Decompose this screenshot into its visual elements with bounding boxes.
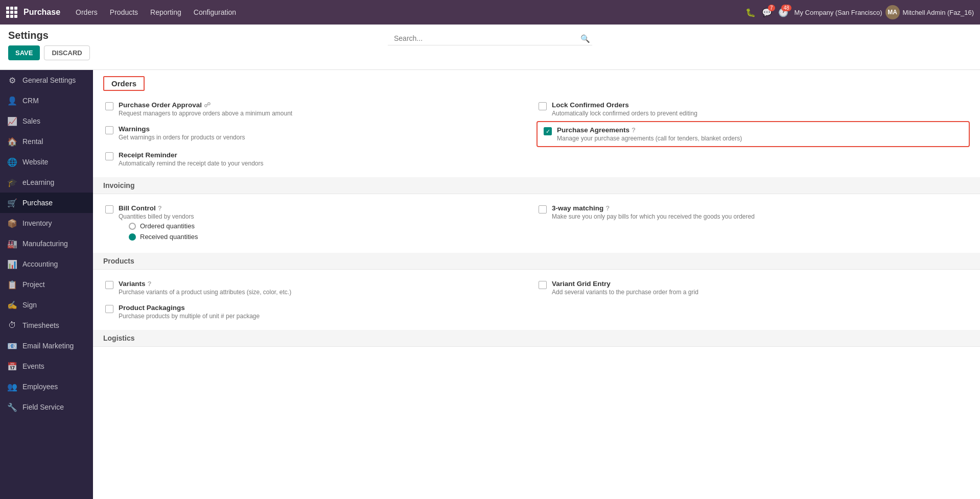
receipt-reminder-checkbox[interactable]	[105, 152, 113, 160]
sidebar-item-sign[interactable]: ✍ Sign	[0, 295, 93, 315]
discard-button[interactable]: DISCARD	[44, 45, 89, 60]
nav-configuration[interactable]: Configuration	[189, 5, 241, 19]
bug-icon[interactable]: 🐛	[745, 8, 756, 17]
purchase-agreements-help[interactable]: ?	[632, 126, 636, 134]
user-info[interactable]: My Company (San Francisco) MA Mitchell A…	[795, 5, 974, 19]
search-input[interactable]	[388, 32, 592, 45]
sidebar-item-inventory[interactable]: 📦 Inventory	[0, 213, 93, 233]
purchase-order-approval-help[interactable]: ☍	[204, 101, 211, 109]
three-way-matching-title: 3-way matching ?	[552, 204, 755, 212]
purchase-order-approval-item: Purchase Order Approval ☍ Request manage…	[103, 97, 536, 121]
variants-desc: Purchase variants of a product using att…	[119, 289, 291, 296]
avatar[interactable]: MA	[885, 5, 900, 19]
warnings-title: Warnings	[119, 125, 245, 133]
purchase-agreements-title: Purchase Agreements ?	[557, 126, 742, 134]
main-layout: ⚙ General Settings 👤 CRM 📈 Sales 🏠 Renta…	[0, 70, 980, 499]
clock-badge: 48	[781, 5, 791, 11]
variants-checkbox[interactable]	[105, 281, 113, 289]
accounting-icon: 📊	[7, 259, 17, 269]
bill-control-radio-group: Ordered quantities Received quantities	[105, 220, 534, 243]
clock-icon[interactable]: 🕐 48	[778, 8, 788, 17]
nav-reporting[interactable]: Reporting	[145, 5, 186, 19]
orders-section-header-wrap: Orders	[93, 70, 980, 97]
radio-ordered-label: Ordered quantities	[140, 222, 195, 230]
sales-icon: 📈	[7, 116, 17, 126]
employees-icon: 👥	[7, 382, 17, 392]
sidebar-item-accounting[interactable]: 📊 Accounting	[0, 254, 93, 274]
purchase-order-approval-desc: Request managers to approve orders above…	[119, 110, 292, 117]
timesheets-icon: ⏱	[7, 320, 17, 330]
sidebar-item-project[interactable]: 📋 Project	[0, 274, 93, 295]
sidebar-item-website[interactable]: 🌐 Website	[0, 152, 93, 172]
sidebar-label-rental: Rental	[22, 137, 43, 146]
messages-icon[interactable]: 💬 7	[762, 8, 772, 17]
lock-confirmed-orders-text: Lock Confirmed Orders Automatically lock…	[552, 101, 697, 117]
lock-confirmed-orders-checkbox[interactable]	[539, 102, 547, 110]
sidebar-item-elearning[interactable]: 🎓 eLearning	[0, 172, 93, 193]
elearning-icon: 🎓	[7, 177, 17, 187]
sidebar-label-purchase: Purchase	[22, 199, 53, 207]
product-packagings-checkbox[interactable]	[105, 305, 113, 313]
variant-grid-entry-text: Variant Grid Entry Add several variants …	[552, 280, 698, 296]
radio-ordered-quantities[interactable]: Ordered quantities	[129, 222, 534, 230]
lock-confirmed-orders-item: Lock Confirmed Orders Automatically lock…	[536, 97, 970, 121]
sidebar-item-field-service[interactable]: 🔧 Field Service	[0, 397, 93, 417]
radio-received-label: Received quantities	[140, 233, 198, 241]
sidebar-label-general-settings: General Settings	[22, 76, 76, 84]
bill-control-help[interactable]: ?	[158, 204, 162, 212]
sidebar-item-timesheets[interactable]: ⏱ Timesheets	[0, 315, 93, 336]
product-packagings-desc: Purchase products by multiple of unit # …	[119, 313, 260, 320]
three-way-help[interactable]: ?	[605, 204, 610, 212]
sidebar-item-employees[interactable]: 👥 Employees	[0, 376, 93, 397]
save-button[interactable]: SAVE	[8, 45, 40, 60]
warnings-checkbox[interactable]	[105, 126, 113, 134]
search-icon: 🔍	[580, 34, 590, 43]
purchase-agreements-text: Purchase Agreements ? Manage your purcha…	[557, 126, 742, 142]
three-way-matching-item: 3-way matching ? Make sure you only pay …	[536, 200, 970, 247]
bill-control-checkbox[interactable]	[105, 205, 113, 213]
three-way-matching-desc: Make sure you only pay bills for which y…	[552, 213, 755, 220]
nav-products[interactable]: Products	[105, 5, 143, 19]
purchase-icon: 🛒	[7, 198, 17, 208]
sidebar-item-purchase[interactable]: 🛒 Purchase	[0, 193, 93, 213]
sidebar-item-general-settings[interactable]: ⚙ General Settings	[0, 70, 93, 90]
sidebar-label-sales: Sales	[22, 117, 40, 125]
sidebar-label-elearning: eLearning	[22, 178, 54, 186]
receipt-reminder-desc: Automatically remind the receipt date to…	[119, 160, 263, 167]
sidebar-item-sales[interactable]: 📈 Sales	[0, 111, 93, 131]
bill-control-row: Bill Control ? Quantities billed by vend…	[105, 204, 534, 220]
sidebar-item-rental[interactable]: 🏠 Rental	[0, 131, 93, 152]
purchase-order-approval-text: Purchase Order Approval ☍ Request manage…	[119, 101, 292, 117]
purchase-agreements-desc: Manage your purchase agreements (call fo…	[557, 135, 742, 142]
settings-content: Orders Purchase Order Approval ☍ Request…	[93, 70, 980, 499]
sidebar-label-field-service: Field Service	[22, 403, 64, 411]
sidebar-label-manufacturing: Manufacturing	[22, 240, 68, 248]
sidebar-label-employees: Employees	[22, 383, 58, 391]
variant-grid-entry-desc: Add several variants to the purchase ord…	[552, 289, 698, 296]
sidebar-label-sign: Sign	[22, 301, 37, 309]
variant-grid-entry-checkbox[interactable]	[539, 281, 547, 289]
purchase-agreements-checkbox[interactable]: ✓	[544, 127, 552, 135]
app-grid-icon[interactable]	[6, 7, 17, 18]
warnings-desc: Get warnings in orders for products or v…	[119, 134, 245, 141]
variants-help[interactable]: ?	[148, 280, 152, 288]
purchase-order-approval-checkbox[interactable]	[105, 102, 113, 110]
sidebar-item-email-marketing[interactable]: 📧 Email Marketing	[0, 336, 93, 356]
nav-orders[interactable]: Orders	[71, 5, 103, 19]
three-way-matching-text: 3-way matching ? Make sure you only pay …	[552, 204, 755, 220]
sidebar-item-events[interactable]: 📅 Events	[0, 356, 93, 376]
app-name[interactable]: Purchase	[24, 8, 60, 17]
three-way-matching-checkbox[interactable]	[539, 205, 547, 213]
receipt-reminder-text: Receipt Reminder Automatically remind th…	[119, 151, 263, 167]
radio-received-quantities[interactable]: Received quantities	[129, 233, 534, 241]
variant-grid-entry-item: Variant Grid Entry Add several variants …	[536, 276, 970, 300]
product-packagings-title: Product Packagings	[119, 304, 260, 312]
rental-icon: 🏠	[7, 136, 17, 147]
sidebar-item-crm[interactable]: 👤 CRM	[0, 90, 93, 111]
warnings-item: Warnings Get warnings in orders for prod…	[103, 121, 536, 147]
sidebar-label-events: Events	[22, 362, 44, 370]
radio-ordered-circle	[129, 223, 136, 230]
manufacturing-icon: 🏭	[7, 239, 17, 249]
top-right-icons: 🐛 💬 7 🕐 48 My Company (San Francisco) MA…	[745, 5, 974, 19]
sidebar-item-manufacturing[interactable]: 🏭 Manufacturing	[0, 233, 93, 254]
